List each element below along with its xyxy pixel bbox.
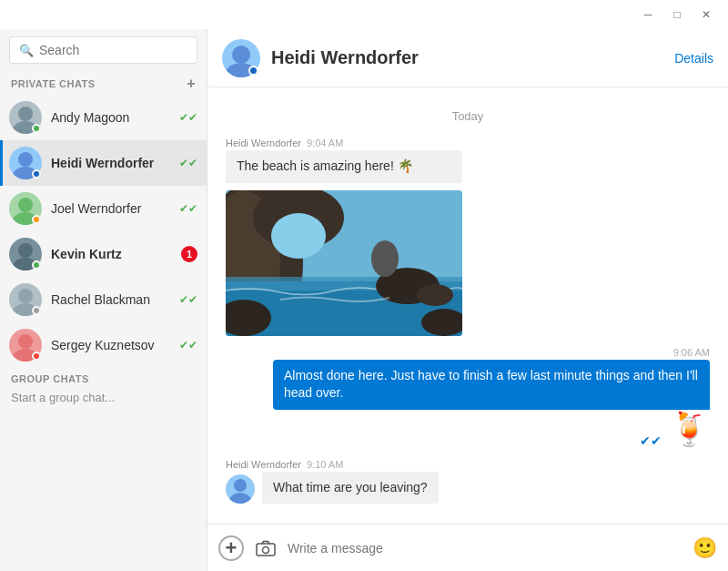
status-dot-joel — [32, 215, 41, 224]
msg-bubble-outgoing: Almost done here. Just have to finish a … — [273, 360, 710, 410]
sidebar-item-joel[interactable]: Joel Werndorfer ✔✔ — [0, 186, 207, 231]
camera-button[interactable] — [253, 535, 278, 561]
sidebar-item-rachel[interactable]: Rachel Blackman ✔✔ — [0, 277, 207, 322]
details-link[interactable]: Details — [674, 51, 713, 66]
sidebar-item-andy[interactable]: Andy Magoon ✔✔ — [0, 95, 207, 140]
emoji-button[interactable]: 🙂 — [693, 536, 717, 560]
outgoing-group-1: 9:06 AM Almost done here. Just have to f… — [226, 347, 710, 448]
status-dot-andy — [32, 124, 41, 133]
private-chats-label: PRIVATE CHATS — [11, 78, 96, 89]
msg-meta-3: Heidi Werndorfer 9:10 AM — [226, 459, 343, 470]
contact-name-andy: Andy Magoon — [51, 110, 170, 125]
msg-sender-1: Heidi Werndorfer — [226, 138, 301, 148]
svg-point-27 — [234, 479, 247, 492]
status-dot-heidi — [32, 169, 41, 178]
contact-name-sergey: Sergey Kuznetsov — [51, 338, 170, 352]
contact-check-joel: ✔✔ — [179, 202, 197, 215]
incoming-group-2: Heidi Werndorfer 9:10 AM What time are y… — [226, 459, 710, 505]
message-input[interactable] — [288, 541, 683, 556]
contact-check-sergey: ✔✔ — [179, 339, 197, 352]
avatar-wrap-heidi — [9, 147, 42, 179]
chat-area: Heidi Werndorfer Details Today Heidi Wer… — [207, 29, 728, 571]
svg-point-4 — [18, 198, 33, 212]
svg-point-0 — [18, 107, 33, 121]
date-separator: Today — [226, 109, 710, 123]
msg-bubble-1: The beach is amazing here! 🌴 — [226, 150, 462, 183]
start-group-button[interactable]: Start a group chat... — [0, 387, 207, 408]
private-chats-header: PRIVATE CHATS + — [0, 71, 207, 95]
sidebar: 🔍 PRIVATE CHATS + Andy Magoon ✔✔ — [0, 29, 207, 571]
msg-meta-1: Heidi Werndorfer 9:04 AM — [226, 138, 343, 148]
search-icon: 🔍 — [19, 44, 34, 57]
avatar-wrap-andy — [9, 101, 42, 134]
svg-point-2 — [18, 152, 33, 167]
contact-name-kevin: Kevin Kurtz — [51, 247, 172, 261]
msg-sender-3: Heidi Werndorfer — [226, 459, 301, 470]
svg-point-10 — [18, 334, 33, 349]
svg-point-12 — [232, 46, 250, 64]
group-chats-label: GROUP CHATS — [0, 368, 207, 387]
status-dot-rachel — [32, 306, 41, 315]
msg-time-1: 9:04 AM — [307, 138, 343, 148]
msg-bubble-3: What time are you leaving? — [262, 472, 439, 505]
search-input[interactable] — [39, 43, 187, 57]
app-body: 🔍 PRIVATE CHATS + Andy Magoon ✔✔ — [0, 29, 728, 571]
maximize-button[interactable]: □ — [662, 2, 692, 27]
msg-time-3: 9:10 AM — [307, 459, 343, 470]
beach-image[interactable] — [226, 190, 462, 336]
minimize-button[interactable]: ─ — [633, 2, 662, 27]
sidebar-item-kevin[interactable]: Kevin Kurtz 1 — [0, 231, 207, 277]
chat-header-status-dot — [248, 66, 258, 76]
sidebar-item-heidi[interactable]: Heidi Werndorfer ✔✔ — [0, 140, 207, 186]
svg-point-8 — [18, 289, 33, 303]
avatar-wrap-sergey — [9, 329, 42, 362]
contact-list: Andy Magoon ✔✔ Heidi Werndorfer ✔✔ — [0, 95, 207, 571]
close-button[interactable]: ✕ — [692, 2, 721, 27]
sidebar-item-sergey[interactable]: Sergey Kuznetsov ✔✔ — [0, 322, 207, 368]
status-dot-kevin — [32, 260, 41, 270]
msg-time-outgoing: 9:06 AM — [673, 347, 710, 358]
svg-point-30 — [263, 546, 269, 553]
msg-row-1: The beach is amazing here! 🌴 — [226, 150, 462, 336]
messages-area: Today Heidi Werndorfer 9:04 AM The beach… — [207, 87, 728, 524]
msg-row-3: What time are you leaving? — [226, 472, 439, 505]
incoming-avatar-wrap — [226, 474, 255, 504]
svg-point-18 — [271, 213, 326, 259]
contact-check-heidi: ✔✔ — [179, 157, 197, 169]
contact-name-joel: Joel Werndorfer — [51, 201, 170, 216]
avatar-wrap-rachel — [9, 283, 42, 316]
chat-header-avatar-wrap — [222, 39, 260, 77]
contact-name-rachel: Rachel Blackman — [51, 292, 170, 307]
contact-check-andy: ✔✔ — [179, 111, 197, 124]
search-bar[interactable]: 🔍 — [9, 36, 197, 64]
svg-point-6 — [18, 243, 33, 258]
add-attachment-button[interactable]: + — [218, 535, 244, 561]
contact-badge-kevin: 1 — [181, 246, 197, 262]
add-private-chat-button[interactable]: + — [187, 76, 196, 91]
msg-meta-outgoing: 9:06 AM — [673, 347, 710, 358]
message-input-bar: + 🙂 — [207, 524, 728, 571]
svg-point-22 — [417, 284, 453, 306]
avatar-wrap-joel — [9, 192, 42, 225]
contact-name-heidi: Heidi Werndorfer — [51, 156, 170, 170]
cocktail-emoji: 🍹 — [669, 410, 710, 448]
incoming-group-1: Heidi Werndorfer 9:04 AM The beach is am… — [226, 138, 710, 336]
chat-header: Heidi Werndorfer Details — [207, 29, 728, 87]
avatar-wrap-kevin — [9, 238, 42, 270]
msg-row-outgoing: Almost done here. Just have to finish a … — [273, 360, 710, 410]
title-bar: ─ □ ✕ — [0, 0, 728, 29]
status-dot-sergey — [32, 352, 41, 361]
svg-point-23 — [371, 240, 399, 277]
read-check-icon: ✔✔ — [640, 433, 662, 448]
outgoing-bottom: ✔✔ 🍹 — [640, 410, 710, 448]
contact-check-rachel: ✔✔ — [179, 293, 197, 306]
chat-title: Heidi Werndorfer — [271, 47, 663, 68]
